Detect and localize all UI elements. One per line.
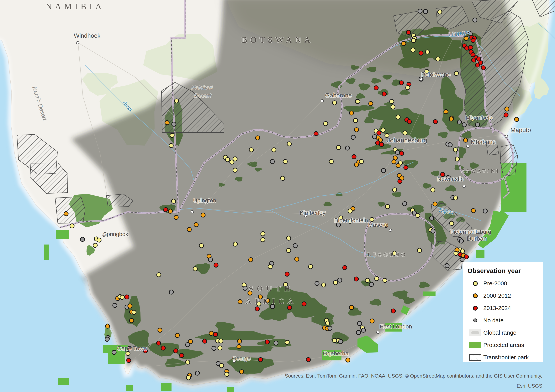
city-label: Kimberley <box>300 210 325 216</box>
obs-point-pre2000 <box>285 340 289 344</box>
city-label: Mbabane <box>471 139 496 145</box>
obs-point-pre2000 <box>157 273 161 277</box>
city-label: Gqeberha <box>323 350 349 356</box>
obs-point-2013-2024 <box>407 120 411 124</box>
obs-point-pre2000 <box>455 157 460 161</box>
obs-point-pre2000 <box>169 143 173 148</box>
obs-point-nodate <box>338 278 342 282</box>
protected-areas-swatch-icon <box>469 342 481 348</box>
obs-point-pre2000 <box>97 238 101 242</box>
obs-point-2000-2012 <box>128 304 132 308</box>
obs-point-2013-2024 <box>398 179 402 184</box>
obs-point-2000-2012 <box>505 107 509 111</box>
obs-point-2013-2024 <box>127 358 131 363</box>
obs-point-pre2000 <box>308 264 313 269</box>
obs-point-pre2000 <box>453 148 458 152</box>
city-dot <box>191 210 194 213</box>
city-dot <box>76 41 79 44</box>
city-label: East London <box>380 323 412 330</box>
obs-point-pre2000 <box>417 248 422 252</box>
marine-protected-area <box>56 230 69 239</box>
city-dot <box>389 229 392 232</box>
obs-point-2013-2024 <box>504 113 508 117</box>
obs-point-2013-2024 <box>265 340 270 344</box>
city-dot <box>377 331 379 334</box>
obs-point-nodate <box>430 216 434 220</box>
obs-point-2013-2024 <box>464 255 468 259</box>
obs-point-pre2000 <box>218 346 222 350</box>
marine-protected-area <box>423 292 436 296</box>
obs-point-nodate <box>448 143 452 147</box>
obs-point-2000-2012 <box>515 117 519 121</box>
obs-point-pre2000 <box>324 121 328 126</box>
obs-point-nodate <box>459 239 463 243</box>
marine-protected-area <box>108 353 125 364</box>
obs-point-pre2000 <box>381 128 385 132</box>
obs-point-pre2000 <box>332 101 337 105</box>
obs-point-2013-2024 <box>354 277 358 281</box>
obs-point-2013-2024 <box>352 155 356 159</box>
marine-protected-area <box>161 383 172 391</box>
obs-point-pre2000 <box>120 295 124 299</box>
obs-point-pre2000 <box>431 188 435 192</box>
city-label: Cape Town <box>117 345 147 352</box>
obs-point-2013-2024 <box>306 357 310 362</box>
legend-item-transfrontier: Transfrontier park <box>467 351 543 363</box>
obs-point-pre2000 <box>186 376 190 380</box>
obs-point-pre2000 <box>233 157 237 161</box>
obs-point-pre2000 <box>286 236 291 240</box>
obs-point-pre2000 <box>70 224 74 228</box>
transfrontier-park <box>500 144 518 176</box>
obs-point-2013-2024 <box>374 86 378 90</box>
marine-protected-area <box>58 378 69 385</box>
city-dot <box>321 100 324 102</box>
obs-point-nodate <box>372 135 377 139</box>
obs-point-2000-2012 <box>237 339 242 343</box>
obs-point-pre2000 <box>287 142 291 146</box>
obs-point-nodate <box>172 122 176 126</box>
obs-point-pre2000 <box>286 248 291 253</box>
obs-point-2000-2012 <box>354 128 359 132</box>
obs-point-pre2000 <box>416 213 420 218</box>
obs-point-pre2000 <box>199 243 204 248</box>
obs-point-2013-2024 <box>406 30 411 35</box>
obs-point-pre2000 <box>225 372 229 376</box>
obs-point-pre2000 <box>249 148 253 152</box>
obs-point-pre2000 <box>348 209 352 213</box>
obs-point-nodate <box>418 9 422 13</box>
obs-point-2013-2024 <box>433 120 438 124</box>
obs-point-2013-2024 <box>400 151 404 155</box>
obs-point-2000-2012 <box>130 318 134 323</box>
obs-point-2013-2024 <box>481 66 485 70</box>
marine-protected-area <box>44 244 49 260</box>
map-attribution: Sources: Esri, TomTom, Garmin, FAO, NOAA… <box>269 371 542 391</box>
obs-point-nodate <box>328 326 332 330</box>
obs-point-nodate <box>369 282 373 286</box>
obs-point-pre2000 <box>336 145 341 150</box>
obs-point-pre2000 <box>261 232 265 236</box>
obs-point-2013-2024 <box>287 306 292 310</box>
obs-point-pre2000 <box>453 196 458 200</box>
obs-point-nodate <box>186 342 190 347</box>
obs-point-2013-2024 <box>213 332 218 336</box>
obs-point-2000-2012 <box>209 331 213 335</box>
obs-point-nodate <box>195 371 199 375</box>
obs-point-2013-2024 <box>180 353 184 357</box>
obs-point-nodate <box>112 350 116 355</box>
obs-point-2000-2012 <box>194 223 198 227</box>
legend-item-2013-2024: 2013-2024 <box>467 302 543 314</box>
city-dot <box>467 145 469 148</box>
obs-point-2013-2024 <box>472 58 476 62</box>
obs-point-nodate <box>293 243 297 248</box>
legend-panel: Observation year Pre-2000 2000-2012 2013… <box>463 262 543 362</box>
obs-point-nodate <box>113 303 117 307</box>
obs-point-2000-2012 <box>392 160 396 164</box>
obs-point-pre2000 <box>383 278 387 282</box>
obs-point-2013-2024 <box>125 295 129 299</box>
obs-point-nodate <box>270 159 274 164</box>
obs-point-pre2000 <box>272 148 276 152</box>
obs-point-pre2000 <box>230 160 234 164</box>
obs-point-pre2000 <box>438 10 442 14</box>
obs-point-2000-2012 <box>240 370 244 374</box>
obs-point-2000-2012 <box>464 36 468 40</box>
